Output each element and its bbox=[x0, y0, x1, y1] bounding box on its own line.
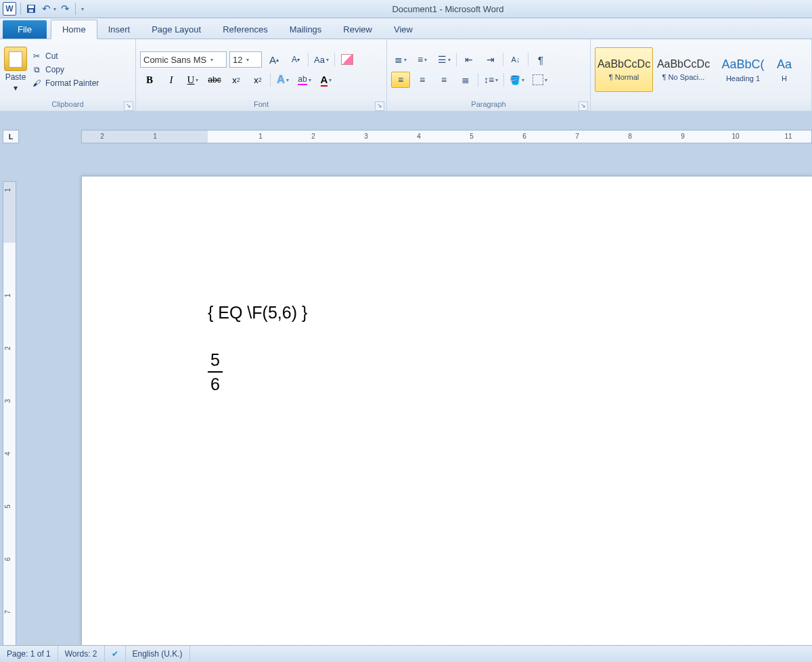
border-icon bbox=[533, 74, 543, 85]
cut-label: Cut bbox=[45, 51, 58, 61]
status-proofing[interactable]: ✔ bbox=[105, 646, 126, 662]
tab-references[interactable]: References bbox=[212, 20, 278, 39]
tab-mailings[interactable]: Mailings bbox=[279, 20, 333, 39]
style-no-spacing[interactable]: AaBbCcDc ¶ No Spaci... bbox=[654, 47, 713, 92]
decrease-indent-button[interactable]: ⇤ bbox=[459, 51, 478, 68]
style-heading1-name: Heading 1 bbox=[726, 74, 760, 82]
ribbon: Paste ▾ ✂Cut ⧉Copy 🖌Format Painter Clipb… bbox=[0, 39, 812, 113]
eraser-icon bbox=[341, 54, 353, 65]
superscript-button[interactable]: x2 bbox=[248, 72, 267, 88]
increase-indent-button[interactable]: ⇥ bbox=[481, 51, 500, 68]
bullets-button[interactable]: ≣▾ bbox=[391, 51, 410, 68]
tab-file[interactable]: File bbox=[3, 20, 47, 39]
underline-button[interactable]: U▾ bbox=[183, 72, 202, 88]
undo-dropdown[interactable]: ▾ bbox=[53, 6, 56, 12]
format-painter-button[interactable]: 🖌Format Painter bbox=[31, 78, 99, 89]
style-heading2-sample: Aa bbox=[777, 57, 792, 72]
style-nospacing-name: ¶ No Spaci... bbox=[662, 73, 705, 81]
copy-icon: ⧉ bbox=[31, 64, 42, 75]
show-marks-button[interactable]: ¶ bbox=[531, 51, 550, 68]
clipboard-dialog-launcher[interactable]: ↘ bbox=[124, 101, 133, 111]
bold-button[interactable]: B bbox=[140, 72, 159, 88]
subscript-button[interactable]: x2 bbox=[227, 72, 246, 88]
proofing-icon: ✔ bbox=[112, 649, 118, 659]
justify-icon: ≣ bbox=[461, 74, 470, 85]
italic-button[interactable]: I bbox=[162, 72, 181, 88]
fraction-denominator: 6 bbox=[208, 374, 223, 394]
tab-stop-selector[interactable]: L bbox=[3, 130, 19, 143]
group-paragraph: ≣▾ ≡▾ ☰▾ ⇤ ⇥ A↓ ¶ ≡ ≡ ≡ ≣ ↕≡ bbox=[387, 39, 591, 112]
font-dialog-launcher[interactable]: ↘ bbox=[375, 101, 384, 111]
redo-icon[interactable]: ↷ bbox=[59, 3, 71, 15]
style-heading2[interactable]: Aa H bbox=[773, 47, 795, 92]
paste-button[interactable]: Paste ▾ bbox=[4, 47, 27, 93]
svg-rect-1 bbox=[28, 5, 34, 8]
scissors-icon: ✂ bbox=[31, 51, 42, 62]
format-painter-label: Format Painter bbox=[45, 78, 99, 88]
line-spacing-icon: ↕≡ bbox=[484, 74, 494, 85]
align-right-button[interactable]: ≡ bbox=[434, 72, 453, 88]
style-normal-name: ¶ Normal bbox=[609, 73, 639, 81]
horizontal-ruler[interactable]: 211234567891011 bbox=[81, 130, 812, 143]
clear-formatting-button[interactable] bbox=[338, 51, 357, 68]
qat-separator-2 bbox=[75, 3, 76, 15]
qat-separator bbox=[20, 3, 21, 15]
document-page[interactable]: { EQ \F(5,6) } 5 6 bbox=[81, 176, 812, 646]
fraction[interactable]: 5 6 bbox=[208, 350, 223, 394]
align-center-icon: ≡ bbox=[420, 74, 425, 85]
field-code-text[interactable]: { EQ \F(5,6) } bbox=[208, 302, 307, 323]
line-spacing-button[interactable]: ↕≡▾ bbox=[481, 72, 501, 88]
grow-font-button[interactable]: A▴ bbox=[265, 51, 284, 68]
status-page[interactable]: Page: 1 of 1 bbox=[0, 646, 58, 662]
font-color-button[interactable]: A▾ bbox=[317, 72, 336, 88]
cut-button[interactable]: ✂Cut bbox=[31, 51, 99, 62]
justify-button[interactable]: ≣ bbox=[456, 72, 475, 88]
paste-dropdown[interactable]: ▾ bbox=[14, 83, 18, 93]
word-icon[interactable]: W bbox=[3, 2, 16, 16]
sort-button[interactable]: A↓ bbox=[506, 51, 525, 68]
tab-home[interactable]: Home bbox=[51, 20, 97, 39]
group-font: Comic Sans MS▾ 12▾ A▴ A▾ Aa▾ B I U▾ abc … bbox=[136, 39, 387, 112]
tab-page-layout[interactable]: Page Layout bbox=[141, 20, 212, 39]
copy-button[interactable]: ⧉Copy bbox=[31, 64, 99, 75]
bullets-icon: ≣ bbox=[394, 54, 403, 65]
brush-icon: 🖌 bbox=[31, 78, 42, 89]
status-words[interactable]: Words: 2 bbox=[58, 646, 105, 662]
undo-icon[interactable]: ↶ bbox=[40, 3, 52, 15]
tab-view[interactable]: View bbox=[383, 20, 424, 39]
title-bar: W ↶▾ ↷ ▾ Document1 - Microsoft Word bbox=[0, 0, 812, 18]
document-content[interactable]: { EQ \F(5,6) } 5 6 bbox=[208, 302, 307, 394]
save-icon[interactable] bbox=[25, 3, 37, 15]
align-left-icon: ≡ bbox=[398, 74, 403, 85]
window-title: Document1 - Microsoft Word bbox=[84, 4, 812, 14]
copy-label: Copy bbox=[45, 65, 64, 74]
numbering-icon: ≡ bbox=[418, 54, 423, 65]
ribbon-tabs: File Home Insert Page Layout References … bbox=[0, 18, 812, 39]
multilevel-button[interactable]: ☰▾ bbox=[434, 51, 453, 68]
style-normal-sample: AaBbCcDc bbox=[597, 58, 650, 70]
font-name-combo[interactable]: Comic Sans MS▾ bbox=[140, 51, 227, 68]
highlight-button[interactable]: ab▾ bbox=[295, 72, 314, 88]
multilevel-icon: ☰ bbox=[438, 54, 447, 65]
tab-insert[interactable]: Insert bbox=[97, 20, 141, 39]
paste-label: Paste bbox=[5, 72, 26, 82]
shading-button[interactable]: 🪣▾ bbox=[507, 72, 527, 88]
text-effects-button[interactable]: A▾ bbox=[273, 72, 292, 88]
strikethrough-button[interactable]: abc bbox=[205, 72, 224, 88]
paragraph-dialog-launcher[interactable]: ↘ bbox=[579, 101, 588, 111]
align-left-button[interactable]: ≡ bbox=[391, 72, 410, 88]
workspace: L 211234567891011 2112345678 { EQ \F(5,6… bbox=[0, 111, 812, 646]
fraction-line bbox=[208, 371, 223, 373]
borders-button[interactable]: ▾ bbox=[530, 72, 550, 88]
change-case-button[interactable]: Aa▾ bbox=[311, 51, 332, 68]
align-right-icon: ≡ bbox=[441, 74, 447, 85]
status-language[interactable]: English (U.K.) bbox=[126, 646, 190, 662]
tab-review[interactable]: Review bbox=[332, 20, 383, 39]
style-normal[interactable]: AaBbCcDc ¶ Normal bbox=[595, 47, 653, 92]
vertical-ruler[interactable]: 2112345678 bbox=[3, 181, 16, 646]
shrink-font-button[interactable]: A▾ bbox=[286, 51, 305, 68]
align-center-button[interactable]: ≡ bbox=[413, 72, 432, 88]
numbering-button[interactable]: ≡▾ bbox=[413, 51, 432, 68]
font-size-combo[interactable]: 12▾ bbox=[229, 51, 262, 68]
style-heading1[interactable]: AaBbC( Heading 1 bbox=[714, 47, 772, 92]
